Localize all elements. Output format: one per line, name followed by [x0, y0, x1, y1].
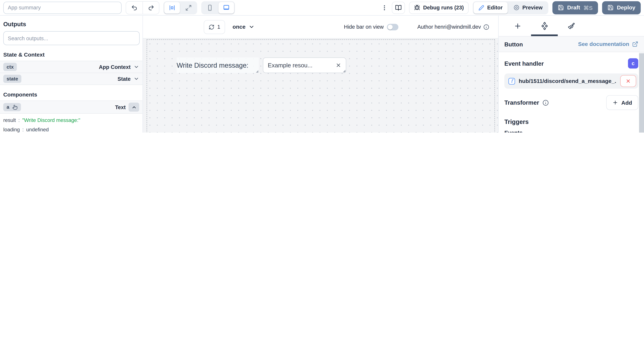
docs-button[interactable] [392, 1, 405, 14]
see-documentation-link[interactable]: See documentation [578, 41, 638, 47]
transformer-row: Transformer Add [504, 95, 638, 110]
draft-shortcut: ⌘S [583, 4, 592, 11]
mobile-view-toggle[interactable] [202, 2, 218, 13]
plus-icon [612, 100, 618, 105]
book-open-icon [395, 4, 402, 11]
component-header: Button See documentation [499, 36, 644, 52]
select-value: Example resou... [268, 62, 336, 69]
state-badge: state [3, 75, 21, 83]
triggers-title: Triggers [504, 118, 638, 125]
state-context-title: State & Context [0, 45, 142, 61]
undo-icon [131, 4, 138, 11]
collapse-a-button[interactable] [128, 102, 139, 112]
hide-bar-label: Hide bar on view [344, 24, 384, 30]
chevron-up-icon [131, 104, 137, 110]
canvas-area: 1 once Hide bar on view Author henri@win… [143, 15, 498, 133]
expand-icon [185, 4, 192, 11]
refresh-count: 1 [217, 24, 220, 30]
chevron-down-icon [134, 76, 139, 81]
resize-handle[interactable] [343, 70, 346, 72]
app-canvas[interactable]: Write Discord message: Example resou... … [143, 38, 498, 133]
tab-styling[interactable] [558, 15, 584, 36]
outputs-sidebar: Outputs State & Context ctx App Context … [0, 15, 143, 133]
component-a-row[interactable]: a Text [0, 100, 142, 114]
tab-insert-component[interactable] [504, 15, 531, 36]
canvas-toolbar: 1 once Hide bar on view Author henri@win… [143, 15, 498, 38]
refresh-count-button[interactable]: 1 [204, 20, 225, 34]
top-toolbar: Debug runs (23) Editor Preview Draft ⌘S [0, 0, 644, 15]
state-row[interactable]: state State [0, 73, 142, 85]
component-type-label: Button [504, 41, 523, 47]
deploy-button[interactable]: Deploy [602, 1, 640, 14]
draft-label: Draft [567, 4, 580, 11]
chevron-down-icon [134, 64, 139, 70]
author-label: Author henri@windmill.dev [417, 24, 481, 30]
app-summary-input[interactable] [3, 1, 122, 14]
ctx-row[interactable]: ctx App Context [0, 61, 142, 73]
editor-preview-group: Editor Preview [473, 1, 548, 14]
tab-editor[interactable]: Editor [474, 2, 508, 13]
component-a-type: Text [115, 104, 126, 110]
ctx-type-label: App Context [99, 64, 131, 70]
settings-tabs [499, 15, 644, 36]
hide-bar-toggle[interactable] [387, 23, 398, 30]
debug-runs-label: Debug runs (23) [423, 4, 464, 11]
search-outputs-input[interactable] [3, 31, 140, 45]
ctx-badge: ctx [3, 63, 17, 71]
tab-component-settings[interactable] [531, 15, 558, 36]
save-icon [558, 4, 564, 11]
components-title: Components [0, 85, 142, 101]
pointer-hand-icon [12, 104, 18, 110]
hide-bar-control: Hide bar on view [344, 23, 398, 30]
redo-button[interactable] [142, 1, 159, 14]
info-icon [542, 100, 548, 106]
draft-button[interactable]: Draft ⌘S [552, 1, 598, 14]
info-icon [484, 24, 489, 30]
bug-icon [414, 4, 420, 11]
eye-icon [513, 4, 520, 11]
center-layout-toggle[interactable] [164, 2, 180, 13]
event-handler-runnable[interactable]: f hub/1511/discord/send_a_message_... [504, 73, 638, 88]
event-handler-path: hub/1511/discord/send_a_message_... [519, 78, 616, 84]
plus-icon [514, 22, 522, 30]
desktop-view-toggle[interactable] [218, 2, 234, 13]
full-width-toggle[interactable] [181, 2, 196, 13]
events-label: Events [504, 130, 638, 133]
component-a-badge: a [3, 103, 21, 111]
text-component-value: Write Discord message: [177, 61, 248, 69]
event-handler-component-badge: c [628, 58, 638, 69]
component-a-details: result:"Write Discord message:" loading:… [0, 114, 142, 133]
app-bounds-outline [146, 39, 495, 133]
external-link-icon [632, 41, 638, 47]
tab-preview[interactable]: Preview [508, 2, 548, 13]
preview-tab-label: Preview [522, 4, 543, 11]
schedule-dropdown[interactable]: once [232, 24, 254, 30]
component-icon [540, 22, 548, 30]
editor-tab-label: Editor [487, 4, 503, 11]
debug-runs-button[interactable]: Debug runs (23) [409, 1, 469, 14]
function-icon: f [508, 78, 515, 84]
resize-handle[interactable] [256, 70, 258, 73]
settings-scrollbar[interactable] [639, 52, 644, 133]
state-type-label: State [118, 76, 131, 82]
more-menu-button[interactable] [381, 4, 388, 11]
text-component-a[interactable]: Write Discord message: [177, 57, 259, 73]
transformer-title: Transformer [504, 99, 539, 106]
author-info: Author henri@windmill.dev [417, 24, 489, 30]
event-handler-title: Event handler [504, 60, 544, 67]
settings-body: Event handler c f hub/1511/discord/send_… [499, 58, 644, 133]
add-transformer-button[interactable]: Add [606, 95, 638, 110]
undo-button[interactable] [126, 1, 142, 14]
resource-select-component-b[interactable]: Example resou... [263, 57, 346, 73]
outputs-title: Outputs [0, 15, 142, 31]
loading-value: undefined [26, 127, 49, 133]
windmill-app-editor: Debug runs (23) Editor Preview Draft ⌘S [0, 0, 644, 133]
save-icon [608, 4, 614, 11]
schedule-label: once [232, 24, 246, 30]
remove-runnable-button[interactable] [620, 75, 636, 87]
result-value: "Write Discord message:" [22, 117, 80, 123]
refresh-icon [208, 24, 214, 30]
deploy-label: Deploy [617, 4, 635, 11]
chevron-down-icon [248, 24, 254, 30]
device-mode-group [201, 1, 235, 14]
